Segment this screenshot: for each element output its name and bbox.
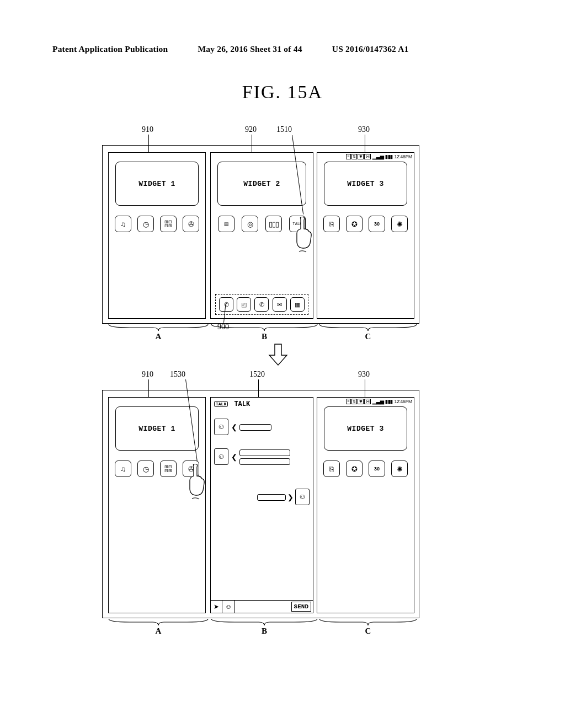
grid-icon: ⊞⊟⊟⊞	[160, 216, 177, 232]
message-icon: ✉	[273, 297, 287, 312]
avatar-icon: ☺	[214, 419, 228, 435]
chat-text-field	[235, 601, 289, 613]
chat-bubble	[239, 458, 290, 465]
chat-bubble	[257, 494, 286, 501]
header-right: US 2016/0147362 A1	[332, 44, 409, 53]
chat-row-2: ☺ ❮	[214, 448, 310, 465]
phone-icon: ✆	[219, 297, 233, 312]
chat-input-bar: ➤ ☺ SEND	[211, 600, 313, 613]
contact-icon: ◰	[237, 297, 251, 312]
clock-icon: ◷	[137, 461, 154, 477]
widget-1-box-b: WIDGET 1	[115, 406, 199, 451]
chat-bubble	[239, 449, 290, 456]
send-button: SEND	[291, 602, 311, 612]
grid-icon: ⊞⊟⊟⊞	[160, 461, 177, 477]
keyboard-icon: ▤	[218, 216, 234, 232]
icon-row-b: ▤ ◎ ▯▯▯ TALK	[211, 216, 313, 232]
clock-icon: ◷	[137, 216, 154, 232]
brace-a-bot: A	[108, 618, 209, 636]
panel-b-talk: TALK TALK ☺ ❮ ☺ ❮ ❯ ☺	[210, 397, 313, 613]
brace-b-bot: B	[210, 618, 318, 636]
chat-row-1: ☺ ❮	[214, 419, 310, 435]
device-bottom: WIDGET 1 ♫ ◷ ⊞⊟⊟⊞ ✇ TALK TALK ☺ ❮ ☺ ❮	[102, 390, 419, 618]
widget-2-box: WIDGET 2	[217, 162, 306, 206]
music-icon: ♫	[115, 216, 131, 232]
patent-figure-page: Patent Application Publication May 26, 2…	[0, 0, 565, 728]
panel-a-bottom: WIDGET 1 ♫ ◷ ⊞⊟⊟⊞ ✇	[108, 397, 206, 613]
icon-row-a-b: ♫ ◷ ⊞⊟⊟⊞ ✇	[109, 461, 205, 477]
icon-row-c-b: ⎘ ✪ 30 ✺	[317, 461, 414, 477]
globe-icon: ✇	[183, 216, 199, 232]
globe-icon: ✇	[183, 461, 199, 477]
status-bar: ≡⇅✱⋈ ▁▃▅ ▮▮▮ 12:46PM	[346, 154, 412, 159]
widget-3-box: WIDGET 3	[324, 162, 407, 206]
calendar-icon: 30	[369, 461, 385, 477]
avatar-icon: ☺	[214, 448, 228, 465]
camera-icon: ◎	[242, 216, 258, 232]
apps-icon: ▦	[290, 297, 305, 312]
chat-row-3: ❯ ☺	[214, 489, 310, 505]
gear-icon: ✺	[391, 216, 408, 232]
file-icon: ⎘	[323, 216, 340, 232]
panel-c-bottom: ≡⇅✱⋈ ▁▃▅ ▮▮▮ 12:46PM WIDGET 3 ⎘ ✪ 30 ✺	[317, 397, 414, 613]
talk-app-icon: TALK	[289, 216, 306, 232]
dock-bar: ✆ ◰ ✆ ✉ ▦	[215, 294, 308, 315]
device-top: WIDGET 1 ♫ ◷ ⊞⊟⊟⊞ ✇ WIDGET 2 ▤ ◎ ▯▯▯ TAL…	[102, 145, 419, 324]
brace-a-top: A	[108, 323, 209, 341]
ball-icon: ✪	[346, 461, 363, 477]
arrow-down	[267, 343, 289, 370]
avatar-icon: ☺	[295, 489, 310, 505]
calendar-icon: 30	[369, 216, 385, 232]
icon-row-c: ⎘ ✪ 30 ✺	[317, 216, 414, 232]
widget-3-box-b: WIDGET 3	[324, 406, 407, 451]
file-icon: ⎘	[323, 461, 340, 477]
ball-icon: ✪	[346, 216, 363, 232]
header-left: Patent Application Publication	[52, 44, 168, 53]
panel-a-top: WIDGET 1 ♫ ◷ ⊞⊟⊟⊞ ✇	[108, 152, 206, 319]
talk-header: TALK TALK	[214, 400, 250, 408]
figure-title: FIG. 15A	[0, 82, 565, 103]
brace-c-top: C	[318, 323, 418, 341]
browser-icon: ✆	[254, 297, 269, 312]
emoji-icon: ☺	[222, 601, 235, 613]
talk-badge-icon: TALK	[214, 401, 228, 407]
header-mid: May 26, 2016 Sheet 31 of 44	[198, 44, 302, 53]
music-icon: ♫	[115, 461, 131, 477]
status-bar: ≡⇅✱⋈ ▁▃▅ ▮▮▮ 12:46PM	[346, 399, 412, 404]
brace-b-top: B	[210, 323, 318, 341]
columns-icon: ▯▯▯	[265, 216, 282, 232]
widget-1-box: WIDGET 1	[115, 162, 199, 206]
attach-icon: ➤	[211, 601, 222, 613]
gear-icon: ✺	[391, 461, 408, 477]
icon-row-a: ♫ ◷ ⊞⊟⊟⊞ ✇	[109, 216, 205, 232]
panel-c-top: ≡⇅✱⋈ ▁▃▅ ▮▮▮ 12:46PM WIDGET 3 ⎘ ✪ 30 ✺	[317, 152, 414, 319]
brace-c-bot: C	[318, 618, 418, 636]
page-header: Patent Application Publication May 26, 2…	[52, 44, 409, 54]
chat-bubble	[239, 424, 271, 431]
